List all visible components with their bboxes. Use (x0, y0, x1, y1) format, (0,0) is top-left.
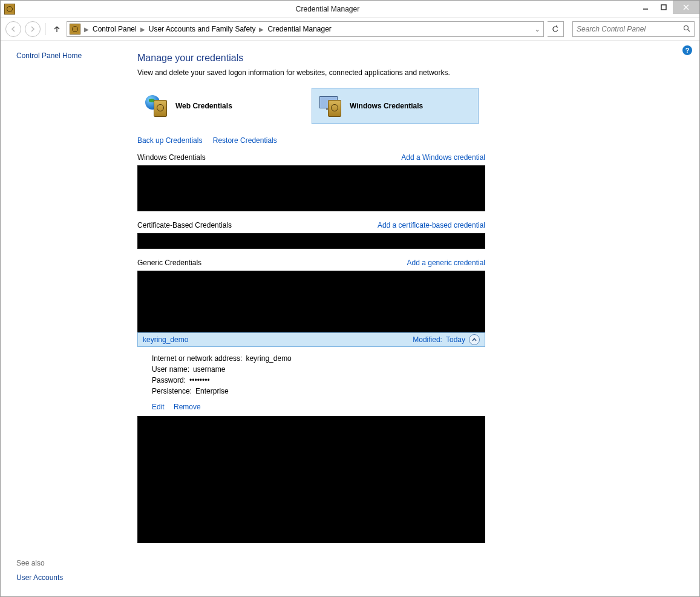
restore-credentials-link[interactable]: Restore Credentials (213, 136, 277, 145)
windows-credentials-tile[interactable]: Windows Credentials (312, 88, 479, 124)
address-value: keyring_demo (246, 354, 291, 363)
redacted-block (137, 271, 485, 332)
section-label: Certificate-Based Credentials (137, 221, 232, 229)
chevron-right-icon: ▶ (139, 26, 146, 33)
up-button[interactable] (51, 23, 63, 35)
search-icon[interactable] (679, 25, 694, 34)
backup-credentials-link[interactable]: Back up Credentials (137, 136, 202, 145)
refresh-button[interactable] (548, 21, 564, 37)
svg-rect-1 (661, 5, 666, 10)
modified-value: Today (446, 335, 465, 344)
credential-details: Internet or network address:keyring_demo… (137, 347, 485, 403)
address-dropdown-icon[interactable]: ⌄ (531, 26, 543, 33)
generic-credentials-section: Generic Credentials Add a generic creden… (137, 259, 485, 543)
window-title: Credential Manager (19, 5, 636, 13)
maximize-button[interactable] (655, 1, 673, 14)
see-also-label: See also (16, 559, 45, 567)
breadcrumb-item[interactable]: Control Panel (90, 25, 139, 33)
window: Credential Manager ▶ Control Pa (0, 0, 700, 597)
svg-line-5 (688, 30, 690, 31)
location-icon (70, 24, 80, 35)
sidebar: Control Panel Home See also User Account… (1, 41, 128, 597)
window-controls (636, 1, 699, 18)
add-certificate-credential-link[interactable]: Add a certificate-based credential (378, 221, 485, 229)
certificate-credentials-section: Certificate-Based Credentials Add a cert… (137, 221, 485, 249)
section-label: Windows Credentials (137, 153, 206, 162)
search-input[interactable] (573, 25, 679, 33)
titlebar: Credential Manager (1, 1, 699, 18)
chevron-right-icon: ▶ (83, 26, 90, 33)
navbar: ▶ Control Panel ▶ User Accounts and Fami… (1, 18, 699, 41)
control-panel-home-link[interactable]: Control Panel Home (16, 51, 128, 60)
persistence-value: Enterprise (195, 387, 229, 395)
web-credentials-label: Web Credentials (175, 102, 232, 110)
edit-link[interactable]: Edit (152, 403, 165, 411)
remove-link[interactable]: Remove (174, 403, 201, 411)
username-label: User name: (152, 365, 189, 374)
breadcrumb-item[interactable]: User Accounts and Family Safety (146, 25, 258, 33)
app-icon (4, 4, 15, 15)
credential-type-tiles: Web Credentials Windows Credentials (137, 88, 485, 124)
address-bar[interactable]: ▶ Control Panel ▶ User Accounts and Fami… (67, 21, 544, 37)
breadcrumb-item[interactable]: Credential Manager (265, 25, 333, 33)
body: ? Control Panel Home See also User Accou… (1, 41, 699, 597)
password-value: •••••••• (189, 376, 210, 384)
modified-label: Modified: (413, 335, 442, 344)
minimize-button[interactable] (636, 1, 655, 14)
add-windows-credential-link[interactable]: Add a Windows credential (401, 153, 485, 162)
search-box[interactable] (572, 21, 695, 37)
add-generic-credential-link[interactable]: Add a generic credential (407, 259, 485, 267)
windows-credentials-label: Windows Credentials (350, 102, 423, 110)
windows-credentials-icon (317, 95, 345, 117)
backup-restore-links: Back up Credentials Restore Credentials (137, 136, 485, 145)
web-credentials-tile[interactable]: Web Credentials (137, 88, 304, 124)
chevron-right-icon: ▶ (258, 26, 265, 33)
content: Manage your credentials View and delete … (128, 41, 699, 597)
chevron-up-icon[interactable] (469, 334, 480, 345)
redacted-block (137, 416, 485, 543)
section-label: Generic Credentials (137, 259, 201, 267)
separator (45, 23, 46, 35)
credential-actions: Edit Remove (137, 403, 485, 416)
close-button[interactable] (673, 1, 699, 14)
windows-credentials-section: Windows Credentials Add a Windows creden… (137, 153, 485, 211)
persistence-label: Persistence: (152, 387, 192, 395)
back-button[interactable] (5, 21, 21, 37)
username-value: username (193, 365, 225, 374)
user-accounts-link[interactable]: User Accounts (16, 573, 63, 582)
redacted-block (137, 233, 485, 249)
page-subtitle: View and delete your saved logon informa… (137, 68, 485, 77)
password-label: Password: (152, 376, 186, 384)
page-title: Manage your credentials (137, 53, 485, 64)
web-credentials-icon (143, 95, 171, 117)
svg-point-4 (684, 25, 689, 30)
redacted-block (137, 165, 485, 211)
credential-name: keyring_demo (143, 335, 188, 344)
credential-entry-header[interactable]: keyring_demo Modified: Today (137, 332, 485, 347)
forward-button[interactable] (25, 21, 41, 37)
address-label: Internet or network address: (152, 354, 242, 363)
